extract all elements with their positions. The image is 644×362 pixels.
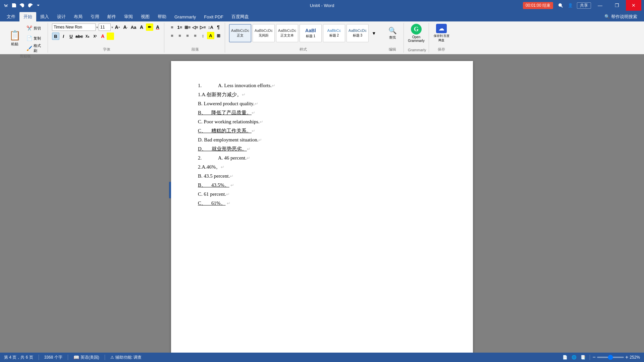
border-button[interactable]: ⊞ bbox=[215, 32, 222, 39]
line-10[interactable]: 2.A.46%。↵ bbox=[198, 163, 446, 172]
font-size-dropdown-icon[interactable]: ▾ bbox=[111, 25, 113, 29]
font-color2-button[interactable]: A bbox=[99, 33, 106, 40]
restore-button[interactable]: ❐ bbox=[609, 0, 625, 11]
tab-baidu[interactable]: 百度网盘 bbox=[227, 12, 253, 21]
more-styles-button[interactable]: ▾ bbox=[370, 23, 377, 43]
line-5[interactable]: C. Poor working relationships.↵ bbox=[198, 117, 446, 126]
open-grammarly-button[interactable]: G Open Grammarly bbox=[408, 23, 425, 43]
decrease-font-button[interactable]: A- bbox=[122, 23, 129, 31]
line-7[interactable]: D. Bad employment situation.↵ bbox=[198, 135, 446, 144]
word-count[interactable]: 3368 个字 bbox=[44, 355, 62, 360]
justify-button[interactable]: ≡ bbox=[192, 32, 199, 39]
line-1[interactable]: 1. A. Less innovation efforts.↵ bbox=[198, 81, 446, 90]
underline-button[interactable]: U bbox=[67, 33, 75, 40]
minimize-button[interactable]: — bbox=[592, 0, 608, 11]
style-heading3[interactable]: AaBbCcDc 标题 3 bbox=[346, 24, 369, 42]
line-13[interactable]: C. 61 percent.↵ bbox=[198, 190, 446, 199]
accessibility-status[interactable]: ⚠ 辅助功能: 调查 bbox=[110, 355, 142, 360]
tab-layout[interactable]: 布局 bbox=[70, 12, 87, 21]
bold-button[interactable]: B bbox=[52, 33, 59, 40]
highlight-color-button[interactable] bbox=[107, 33, 114, 40]
align-center-button[interactable]: ≡ bbox=[176, 32, 183, 39]
tab-review[interactable]: 审阅 bbox=[120, 12, 137, 21]
tab-help[interactable]: 帮助 bbox=[154, 12, 170, 21]
font-color-button[interactable]: A bbox=[154, 23, 161, 31]
style-body-text[interactable]: AaBbCcDc 正文文本 bbox=[276, 24, 298, 42]
tab-search[interactable]: 🔍 帮作说明搜索 bbox=[600, 12, 641, 21]
numbered-list-button[interactable]: 1≡ bbox=[176, 23, 183, 31]
style-normal[interactable]: AaBbCcDc 正文 bbox=[229, 24, 251, 42]
document-page[interactable]: 1. A. Less innovation efforts.↵ 1.A.创新努力… bbox=[171, 61, 473, 353]
undo-icon[interactable] bbox=[19, 2, 25, 9]
tab-foxit[interactable]: Foxit PDF bbox=[200, 12, 227, 21]
close-button[interactable]: ✕ bbox=[626, 0, 641, 11]
zoom-slider[interactable] bbox=[597, 357, 624, 358]
font-size-input[interactable] bbox=[99, 23, 111, 31]
line-14[interactable]: C、 61%。 ↵ bbox=[198, 199, 446, 208]
cut-button[interactable]: ✂️ 剪切 bbox=[25, 23, 45, 33]
tab-insert[interactable]: 插入 bbox=[36, 12, 53, 21]
word-icon[interactable]: W bbox=[3, 2, 9, 9]
line-2[interactable]: 1.A.创新努力减少。↵ bbox=[198, 90, 446, 99]
customize-icon[interactable] bbox=[35, 2, 42, 9]
show-formatting-button[interactable]: ¶ bbox=[215, 23, 222, 31]
sort-button[interactable]: ↕A bbox=[207, 23, 214, 31]
print-view-button[interactable]: 📄 bbox=[561, 355, 569, 360]
redo-icon[interactable] bbox=[27, 2, 34, 9]
format-painter-button[interactable]: 🖌️ 格式刷 bbox=[25, 44, 45, 53]
increase-font-button[interactable]: A+ bbox=[114, 23, 121, 31]
align-right-button[interactable]: ≡ bbox=[184, 32, 191, 39]
styles-label: 样式 bbox=[229, 46, 377, 52]
tab-file[interactable]: 文件 bbox=[3, 12, 19, 21]
document-container[interactable]: 1. A. Less innovation efforts.↵ 1.A.创新努力… bbox=[0, 54, 644, 353]
read-view-button[interactable]: 📑 bbox=[579, 355, 587, 360]
tab-mailing[interactable]: 邮件 bbox=[103, 12, 120, 21]
titlebar-right: 00:01:00 结束 👤 共享 — ❐ ✕ bbox=[523, 0, 641, 11]
superscript-button[interactable]: X² bbox=[91, 33, 99, 40]
share-button[interactable]: 共享 bbox=[577, 2, 591, 9]
style-heading1[interactable]: AaBl 标题 1 bbox=[300, 24, 322, 42]
tab-home[interactable]: 开始 bbox=[19, 12, 36, 21]
text-highlight-button[interactable]: ✏ bbox=[146, 23, 153, 31]
align-left-button[interactable]: ≡ bbox=[168, 32, 176, 39]
save-icon[interactable] bbox=[11, 2, 17, 9]
web-view-button[interactable]: 🌐 bbox=[570, 355, 578, 360]
zoom-in-button[interactable]: + bbox=[625, 354, 628, 360]
user-account[interactable]: 👤 bbox=[565, 3, 576, 8]
tab-grammarly[interactable]: Grammarly bbox=[170, 12, 200, 21]
bullets-button[interactable]: ≡ bbox=[168, 23, 176, 31]
line-11[interactable]: B. 43.5 percent.↵ bbox=[198, 172, 446, 181]
style-heading2[interactable]: AaBbCc 标题 2 bbox=[323, 24, 345, 42]
find-button[interactable]: 🔍 查找 bbox=[384, 23, 401, 43]
multilevel-list-button[interactable]: ⊞≡ bbox=[184, 23, 191, 31]
save-to-baidu-button[interactable]: ☁ 保存到 百度网盘 bbox=[433, 23, 450, 43]
decrease-indent-button[interactable]: ◁≡ bbox=[192, 23, 199, 31]
line-12[interactable]: B、 43.5%。 ↵ bbox=[198, 181, 446, 190]
tab-references[interactable]: 引用 bbox=[87, 12, 103, 21]
tab-view[interactable]: 视图 bbox=[137, 12, 154, 21]
italic-button[interactable]: I bbox=[60, 33, 67, 40]
font-name-dropdown-icon[interactable]: ▾ bbox=[96, 25, 98, 29]
font-name-input[interactable] bbox=[52, 23, 96, 31]
format-buttons-row: B I U abc X₂ X² A bbox=[52, 33, 161, 40]
copy-button[interactable]: 📄 复制 bbox=[25, 34, 45, 43]
clear-format-button[interactable]: A bbox=[138, 23, 145, 31]
change-case-button[interactable]: Aa bbox=[130, 23, 137, 31]
strikethrough-button[interactable]: abc bbox=[75, 33, 83, 40]
line-6[interactable]: C、 糟糕的工作关系。↵ bbox=[198, 126, 446, 135]
subscript-button[interactable]: X₂ bbox=[84, 33, 91, 40]
page-info[interactable]: 第 4 页，共 6 页 bbox=[4, 355, 33, 360]
tab-design[interactable]: 设计 bbox=[53, 12, 70, 21]
line-9[interactable]: 2. A. 46 percent.↵ bbox=[198, 154, 446, 163]
increase-indent-button[interactable]: ▷≡ bbox=[199, 23, 207, 31]
line-4[interactable]: B、 降低了产品质量。↵ bbox=[198, 108, 446, 117]
proofing-icon[interactable]: 📖 英语(美国) bbox=[73, 355, 99, 360]
line-8[interactable]: D、 就业形势恶劣。↵ bbox=[198, 144, 446, 154]
search-titlebar-icon[interactable] bbox=[557, 2, 564, 9]
shading-button[interactable]: A bbox=[207, 32, 214, 39]
paste-button[interactable]: 📋 粘贴 bbox=[5, 28, 24, 48]
line-3[interactable]: B. Lowered product quality.↵ bbox=[198, 99, 446, 108]
style-no-spacing[interactable]: AaBbCcDc 无间距 bbox=[253, 24, 275, 42]
zoom-out-button[interactable]: − bbox=[593, 354, 596, 360]
line-spacing-button[interactable]: ↕ bbox=[199, 32, 207, 39]
